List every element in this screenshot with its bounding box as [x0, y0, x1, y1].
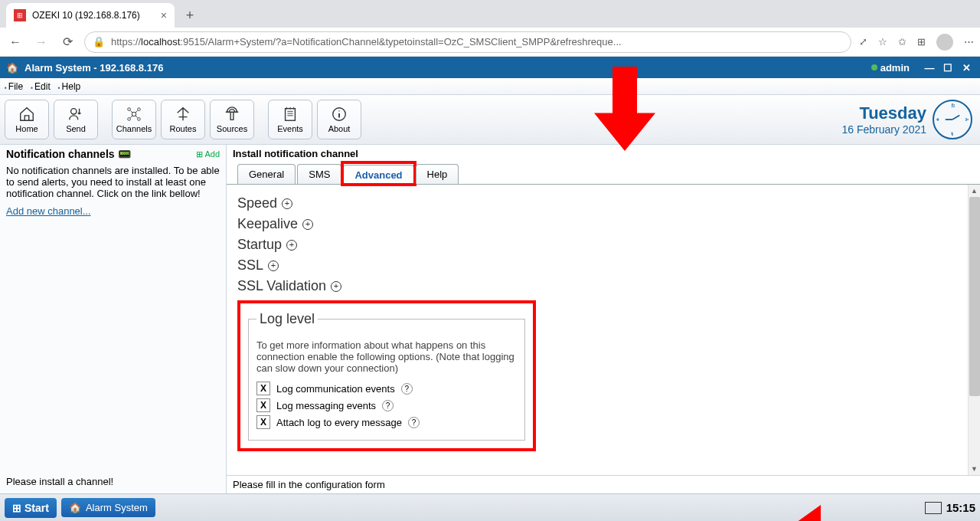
main-title: Install notification channel [227, 145, 980, 162]
main-panel: Install notification channel General SMS… [227, 145, 980, 493]
help-icon[interactable]: ? [401, 383, 413, 395]
browser-toolbar: ← → ⟳ 🔒 https://localhost:9515/Alarm+Sys… [0, 28, 980, 57]
section-speed[interactable]: Speed+ [237, 195, 969, 211]
lock-icon: 🔒 [93, 36, 105, 48]
favicon-icon: ⊞ [14, 9, 26, 21]
events-icon [282, 106, 299, 123]
toolbar: Home Send Channels Routes Sources Events… [0, 95, 366, 144]
tab-general[interactable]: General [237, 164, 296, 184]
svg-text:6: 6 [951, 132, 953, 136]
new-tab-button[interactable]: + [179, 5, 201, 26]
sidebar: Notification channels 📟 ⊞ Add No notific… [0, 145, 227, 493]
more-icon[interactable]: ⋯ [964, 36, 974, 48]
sources-button[interactable]: Sources [210, 100, 254, 139]
favorites-bar-icon[interactable]: ✩ [898, 36, 906, 48]
log-level-legend: Log level [256, 311, 318, 327]
main-footer: Please fill in the configuration form [227, 475, 980, 493]
checkbox-log-comm[interactable]: X [256, 382, 270, 395]
tab-sms[interactable]: SMS [297, 164, 341, 184]
scrollbar[interactable]: ▲ ▼ [968, 185, 980, 475]
maximize-button[interactable]: ☐ [939, 59, 957, 76]
add-channel-link[interactable]: ⊞ Add [196, 149, 220, 159]
home-button[interactable]: Home [5, 100, 49, 139]
status-dot-icon [871, 64, 877, 70]
read-aloud-icon[interactable]: ⤢ [859, 36, 867, 48]
keyboard-icon[interactable] [925, 502, 942, 514]
start-button[interactable]: ⊞Start [5, 498, 57, 518]
taskbar-clock[interactable]: 15:15 [946, 501, 975, 514]
workspace: Notification channels 📟 ⊞ Add No notific… [0, 145, 980, 493]
profile-avatar[interactable] [936, 34, 953, 51]
svg-text:3: 3 [965, 118, 968, 122]
back-button[interactable]: ← [6, 33, 24, 51]
svg-rect-6 [286, 109, 296, 121]
sidebar-title: Notification channels [6, 148, 115, 160]
section-ssl[interactable]: SSL+ [237, 257, 969, 274]
expand-icon[interactable]: + [331, 281, 341, 292]
section-ssl-validation[interactable]: SSL Validation+ [237, 278, 969, 294]
svg-point-0 [71, 109, 77, 114]
reload-button[interactable]: ⟳ [58, 33, 77, 51]
home-icon [18, 106, 35, 123]
add-new-channel-link[interactable]: Add new channel... [6, 205, 220, 217]
svg-text:12: 12 [951, 104, 956, 108]
close-button[interactable]: ✕ [957, 59, 975, 76]
expand-icon[interactable]: + [286, 240, 297, 251]
date-widget: Tuesday 16 February 2021 12369 [834, 95, 980, 144]
menu-file[interactable]: File [5, 81, 23, 92]
routes-icon [175, 106, 191, 123]
minimize-button[interactable]: — [920, 59, 939, 76]
close-tab-icon[interactable]: × [161, 9, 167, 21]
clock-icon: 12369 [933, 100, 972, 139]
tab-title: OZEKI 10 (192.168.8.176) [32, 10, 140, 21]
svg-text:9: 9 [937, 118, 939, 122]
menu-edit[interactable]: Edit [31, 81, 51, 92]
address-bar[interactable]: 🔒 https://localhost:9515/Alarm+System/?a… [84, 31, 851, 53]
app-icon: 🏠 [5, 60, 20, 75]
app-icon: 🏠 [69, 502, 81, 513]
section-keepalive[interactable]: Keepalive+ [237, 216, 969, 232]
expand-icon[interactable]: + [302, 219, 313, 230]
scroll-up-icon[interactable]: ▲ [969, 185, 980, 197]
help-icon[interactable]: ? [408, 417, 420, 428]
start-icon: ⊞ [12, 502, 21, 514]
log-level-group: Log level To get more information about … [237, 300, 536, 451]
sidebar-description: No notification channels are installed. … [6, 165, 220, 199]
about-button[interactable]: About [317, 100, 361, 139]
tab-help[interactable]: Help [416, 164, 459, 184]
forward-button: → [32, 33, 51, 51]
routes-button[interactable]: Routes [161, 100, 205, 139]
top-zone: Home Send Channels Routes Sources Events… [0, 95, 980, 145]
expand-icon[interactable]: + [268, 260, 279, 271]
checkbox-log-msg[interactable]: X [256, 398, 270, 412]
menu-help[interactable]: Help [58, 81, 81, 92]
tabs: General SMS Advanced Help [227, 162, 980, 185]
taskbar-app-button[interactable]: 🏠Alarm System [61, 498, 155, 517]
tab-advanced[interactable]: Advanced [343, 165, 413, 185]
section-startup[interactable]: Startup+ [237, 237, 969, 253]
channels-button[interactable]: Channels [112, 100, 156, 139]
weekday-label: Tuesday [841, 103, 926, 123]
svg-point-3 [138, 108, 141, 111]
main-body: Speed+ Keepalive+ Startup+ SSL+ SSL Vali… [227, 185, 980, 475]
collections-icon[interactable]: ⊞ [917, 36, 926, 48]
expand-icon[interactable]: + [282, 198, 292, 209]
app-title: Alarm System - 192.168.8.176 [24, 62, 163, 74]
date-label: 16 February 2021 [841, 123, 926, 136]
scroll-thumb[interactable] [969, 197, 980, 396]
taskbar: ⊞Start 🏠Alarm System 15:15 [0, 493, 980, 521]
browser-tab-strip: ⊞ OZEKI 10 (192.168.8.176) × + [0, 0, 980, 28]
log-level-description: To get more information about what happe… [256, 339, 517, 374]
checkbox-attach-log[interactable]: X [256, 415, 270, 429]
channels-icon [126, 106, 142, 123]
svg-line-12 [952, 115, 959, 120]
browser-tab[interactable]: ⊞ OZEKI 10 (192.168.8.176) × [6, 3, 175, 28]
events-button[interactable]: Events [268, 100, 312, 139]
send-button[interactable]: Send [54, 100, 98, 139]
favorite-icon[interactable]: ☆ [878, 36, 887, 48]
help-icon[interactable]: ? [382, 400, 394, 411]
send-icon [67, 106, 84, 123]
channel-icon: 📟 [118, 148, 131, 160]
scroll-down-icon[interactable]: ▼ [969, 463, 980, 475]
user-label[interactable]: admin [880, 62, 910, 74]
